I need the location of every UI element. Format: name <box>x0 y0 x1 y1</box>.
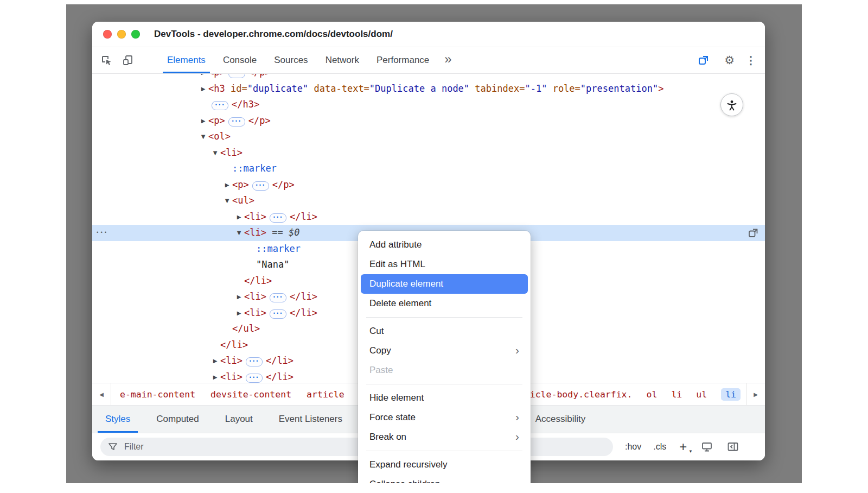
dom-row[interactable]: ::marker <box>92 161 765 177</box>
expand-arrow-icon[interactable]: ▶ <box>222 177 232 193</box>
collapse-arrow-icon[interactable]: ▼ <box>222 193 232 209</box>
menu-item-hide-element[interactable]: Hide element <box>358 388 531 408</box>
breadcrumb-scroll-right-icon[interactable]: ▶ <box>746 383 765 405</box>
menu-item-force-state[interactable]: Force state› <box>358 408 531 427</box>
dom-row[interactable]: •••</h3> <box>92 97 765 113</box>
tab-performance[interactable]: Performance <box>368 47 438 73</box>
dom-row[interactable]: ▶<h3 id="duplicate" data-text="Duplicate… <box>92 81 765 97</box>
settings-gear-icon[interactable]: ⚙ <box>724 55 735 66</box>
dom-row[interactable]: ▶<p>•••</p> <box>92 74 765 81</box>
menu-item-label: Expand recursively <box>369 459 448 470</box>
sidebar-tab-layout[interactable]: Layout <box>212 406 266 433</box>
screen-icon[interactable] <box>701 441 713 453</box>
inline-expand-badge[interactable]: ••• <box>228 74 245 78</box>
dock-panel-icon[interactable] <box>727 441 739 453</box>
expand-arrow-icon[interactable]: ▶ <box>198 74 208 81</box>
close-button[interactable] <box>103 30 112 39</box>
tag-token: <ul> <box>232 195 254 206</box>
inline-expand-badge[interactable]: ••• <box>270 213 286 223</box>
toolbar-right: ⚙ ⋮ <box>694 50 756 70</box>
toggle-device-toolbar-icon[interactable] <box>118 50 138 70</box>
tab-elements[interactable]: Elements <box>158 47 214 73</box>
menu-item-expand-recursively[interactable]: Expand recursively <box>358 455 531 475</box>
expand-arrow-icon[interactable]: ▶ <box>234 289 244 305</box>
square-arrow-badge-icon[interactable] <box>747 226 760 239</box>
collapse-arrow-icon[interactable]: ▼ <box>210 145 220 161</box>
inline-expand-badge[interactable]: ••• <box>246 374 263 383</box>
tag-token: </li> <box>266 355 293 366</box>
tag-token: <p> <box>208 115 225 126</box>
context-menu: Add attributeEdit as HTMLDuplicate eleme… <box>358 231 531 483</box>
new-style-rule-button[interactable]: + ▾ <box>679 440 687 453</box>
inline-expand-badge[interactable]: ••• <box>246 357 263 366</box>
breadcrumb-item-devsite-content[interactable]: devsite-content <box>210 389 291 400</box>
menu-item-label: Duplicate element <box>369 279 443 289</box>
menu-item-label: Edit as HTML <box>369 259 425 270</box>
sidebar-tab-event-listeners[interactable]: Event Listeners <box>266 406 355 433</box>
tag-token: </li> <box>244 275 272 286</box>
menu-item-duplicate-element[interactable]: Duplicate element <box>361 274 528 294</box>
toggle-hover-state-button[interactable]: :hov <box>625 442 641 452</box>
tag-token: <li> <box>244 307 266 318</box>
overflow-menu-icon[interactable]: ⋮ <box>745 54 756 67</box>
menu-item-collapse-children[interactable]: Collapse children <box>358 475 531 483</box>
inline-expand-badge[interactable]: ••• <box>270 309 286 319</box>
breadcrumb-item-article[interactable]: article <box>307 389 344 400</box>
sidebar-tab-accessibility[interactable]: Accessibility <box>522 406 599 433</box>
breadcrumb-item-ol[interactable]: ol <box>647 389 658 400</box>
expand-arrow-icon[interactable]: ▶ <box>234 209 244 225</box>
inline-expand-badge[interactable]: ••• <box>270 293 286 302</box>
dom-row[interactable]: ▼<li> <box>92 145 765 161</box>
collapse-arrow-icon[interactable]: ▼ <box>234 225 244 241</box>
inline-expand-badge[interactable]: ••• <box>212 101 228 110</box>
expand-arrow-icon[interactable]: ▶ <box>198 81 208 97</box>
menu-item-label: Delete element <box>369 298 431 309</box>
equals-token: == <box>266 227 289 238</box>
zoom-button[interactable] <box>131 30 140 39</box>
breadcrumb-item-ul[interactable]: ul <box>696 389 707 400</box>
menu-item-break-on[interactable]: Break on› <box>358 427 531 447</box>
row-overflow-dots-icon[interactable]: ••• <box>96 225 108 241</box>
minimize-button[interactable] <box>117 30 126 39</box>
expand-arrow-icon[interactable]: ▶ <box>234 305 244 321</box>
inspect-element-icon[interactable] <box>97 50 116 70</box>
expand-arrow-icon[interactable]: ▶ <box>210 369 220 383</box>
attr-value-token: "Duplicate a node" <box>369 83 469 94</box>
attr-value-token: "presentation" <box>580 83 658 94</box>
menu-item-edit-as-html[interactable]: Edit as HTML <box>358 255 531 274</box>
dom-row[interactable]: ▶<p>•••</p> <box>92 113 765 129</box>
square-arrow-icon[interactable] <box>694 50 713 70</box>
breadcrumb-item-e-main-content[interactable]: e-main-content <box>120 389 195 400</box>
tab-sources[interactable]: Sources <box>265 47 316 73</box>
tab-network[interactable]: Network <box>317 47 368 73</box>
submenu-arrow-icon: › <box>515 411 519 424</box>
inline-expand-badge[interactable]: ••• <box>228 117 245 127</box>
tag-token: <li> <box>244 227 266 238</box>
collapse-arrow-icon[interactable]: ▼ <box>198 129 208 145</box>
menu-item-cut[interactable]: Cut <box>358 321 531 341</box>
expand-arrow-icon[interactable]: ▶ <box>210 353 220 369</box>
breadcrumb-scroll-left-icon[interactable]: ◀ <box>92 383 111 405</box>
styles-filter-field[interactable] <box>100 438 613 456</box>
tag-token: <p> <box>208 74 225 78</box>
sidebar-tab-styles[interactable]: Styles <box>92 406 143 433</box>
menu-item-label: Hide element <box>369 393 424 403</box>
dom-row[interactable]: ▶<p>•••</p> <box>92 177 765 193</box>
menu-item-delete-element[interactable]: Delete element <box>358 294 531 313</box>
more-tabs-icon[interactable]: » <box>444 53 451 68</box>
dom-row[interactable]: ▶<li>•••</li> <box>92 209 765 225</box>
tab-console[interactable]: Console <box>214 47 265 73</box>
breadcrumb-item-li[interactable]: li <box>671 389 682 400</box>
breadcrumb-item-rticle-body-clearfix[interactable]: rticle-body.clearfix. <box>519 389 633 400</box>
accessibility-person-icon[interactable] <box>720 93 743 116</box>
expand-arrow-icon[interactable]: ▶ <box>198 113 208 129</box>
menu-item-copy[interactable]: Copy› <box>358 341 531 361</box>
menu-item-paste[interactable]: Paste <box>358 361 531 380</box>
dom-row[interactable]: ▼<ul> <box>92 193 765 209</box>
sidebar-tab-computed[interactable]: Computed <box>143 406 212 433</box>
breadcrumb-item-selected-li[interactable]: li <box>721 388 741 401</box>
dom-row[interactable]: ▼<ol> <box>92 129 765 145</box>
menu-item-add-attribute[interactable]: Add attribute <box>358 235 531 255</box>
inline-expand-badge[interactable]: ••• <box>252 181 269 191</box>
toggle-class-button[interactable]: .cls <box>653 442 666 452</box>
